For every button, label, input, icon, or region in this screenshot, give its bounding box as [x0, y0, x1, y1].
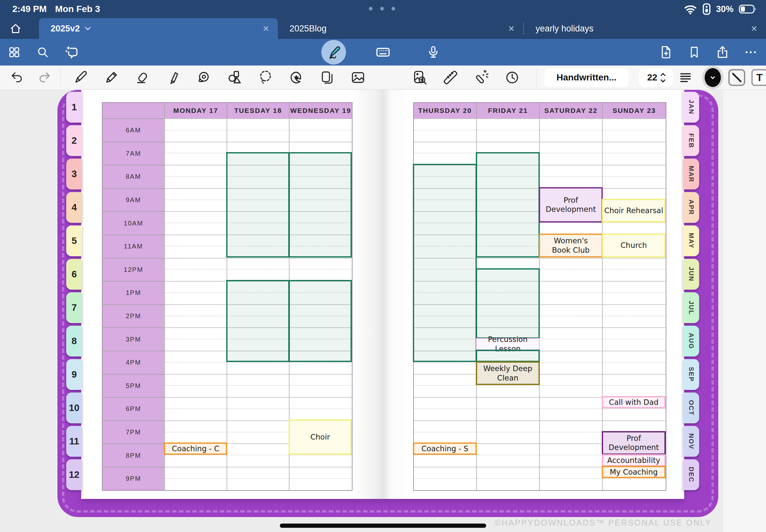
grid-cell[interactable]	[603, 281, 666, 304]
timer-icon[interactable]	[504, 69, 520, 86]
event-accountability[interactable]: Accountability	[602, 454, 666, 466]
month-tab-jul[interactable]: JUL	[683, 292, 699, 323]
multitask-dots-icon[interactable]: ● ● ●	[0, 3, 766, 13]
grid-cell[interactable]	[603, 327, 666, 351]
event-choir[interactable]: Choir	[288, 419, 352, 455]
grid-cell[interactable]	[540, 397, 602, 420]
event-time-block[interactable]	[476, 268, 540, 339]
grid-cell[interactable]	[414, 118, 476, 142]
page-tab-12[interactable]: 12	[66, 459, 82, 490]
grid-cell[interactable]	[603, 258, 666, 281]
grid-cell[interactable]	[477, 420, 539, 444]
grid-cell[interactable]	[165, 351, 226, 374]
font-size-stepper[interactable]: 22	[639, 68, 673, 87]
event-time-block[interactable]	[476, 350, 540, 362]
grid-cell[interactable]	[165, 327, 226, 351]
month-tab-apr[interactable]: APR	[683, 192, 699, 223]
page-tab-9[interactable]: 9	[66, 359, 82, 390]
text-align-icon[interactable]	[678, 70, 693, 85]
pen-mode-button[interactable]	[321, 40, 346, 65]
close-tab-icon[interactable]: ✕	[508, 24, 515, 33]
grid-cell[interactable]	[603, 142, 666, 165]
close-tab-icon[interactable]: ✕	[751, 24, 758, 33]
event-prof-development[interactable]: Prof Development	[539, 187, 603, 223]
grid-cell[interactable]	[540, 351, 602, 374]
page-tab-8[interactable]: 8	[66, 326, 82, 357]
grid-cell[interactable]	[165, 420, 226, 444]
grid-cell[interactable]	[414, 420, 476, 444]
month-tab-jan[interactable]: JAN	[683, 92, 699, 123]
share-icon[interactable]	[715, 45, 730, 60]
page-tab-1[interactable]: 1	[66, 92, 82, 123]
event-time-block[interactable]	[476, 152, 540, 257]
grid-cell[interactable]	[165, 397, 226, 420]
image-tool-icon[interactable]	[350, 69, 366, 86]
tape-tool-icon[interactable]	[196, 69, 212, 86]
tab-document-2025v2[interactable]: 2025v2 ✕	[39, 18, 278, 39]
tab-document-2025blog[interactable]: 2025Blog ✕	[278, 18, 523, 39]
sticky-notes-icon[interactable]	[319, 69, 335, 86]
event-church[interactable]: Church	[602, 234, 666, 258]
grid-cell[interactable]	[165, 188, 226, 212]
text-color-button[interactable]	[702, 66, 723, 89]
keyboard-icon[interactable]	[375, 44, 391, 60]
grid-cell[interactable]	[227, 374, 289, 397]
grid-cell[interactable]	[540, 374, 602, 397]
page-tab-2[interactable]: 2	[66, 125, 82, 156]
grid-cell[interactable]	[540, 142, 602, 165]
month-tab-feb[interactable]: FEB	[683, 125, 699, 156]
redo-icon[interactable]	[37, 70, 52, 85]
grid-cell[interactable]	[289, 118, 352, 142]
home-indicator[interactable]	[280, 524, 486, 528]
month-tab-dec[interactable]: DEC	[683, 459, 699, 490]
event-call-with-dad[interactable]: Call with Dad	[602, 396, 666, 408]
grid-cell[interactable]	[165, 467, 226, 490]
grid-cell[interactable]	[540, 443, 602, 467]
grid-cell[interactable]	[165, 211, 226, 235]
search-icon[interactable]	[36, 45, 50, 59]
grid-cell[interactable]	[165, 258, 226, 281]
grid-cell[interactable]	[540, 165, 602, 188]
grid-cell[interactable]	[540, 420, 602, 444]
microphone-icon[interactable]	[426, 45, 441, 60]
grid-cell[interactable]	[540, 281, 602, 304]
grid-cell[interactable]	[227, 397, 289, 420]
grid-cell[interactable]	[477, 118, 539, 142]
grid-cell[interactable]	[289, 258, 352, 281]
grid-cell[interactable]	[227, 118, 289, 142]
month-tab-may[interactable]: MAY	[683, 225, 699, 256]
grid-cell[interactable]	[540, 118, 602, 142]
stroke-style-button[interactable]	[728, 69, 745, 86]
text-style-button[interactable]: T	[751, 69, 766, 86]
event-time-block[interactable]	[288, 152, 352, 257]
grid-cell[interactable]	[540, 467, 602, 490]
thumbnail-grid-icon[interactable]	[7, 45, 21, 59]
grid-cell[interactable]	[477, 443, 539, 467]
grid-cell[interactable]	[289, 397, 352, 420]
grid-cell[interactable]	[289, 467, 352, 490]
day-column-mon[interactable]	[165, 118, 227, 490]
pencil-tool-icon[interactable]	[103, 69, 119, 86]
grid-cell[interactable]	[289, 374, 352, 397]
grid-cell[interactable]	[227, 258, 289, 281]
month-tab-aug[interactable]: AUG	[683, 326, 699, 357]
more-options-icon[interactable]	[743, 45, 758, 60]
photo-search-icon[interactable]	[412, 69, 428, 86]
close-tab-icon[interactable]: ✕	[262, 24, 269, 33]
grid-cell[interactable]	[227, 443, 289, 467]
event-time-block[interactable]	[413, 164, 477, 362]
event-time-block[interactable]	[226, 280, 289, 362]
page-tab-11[interactable]: 11	[66, 426, 82, 457]
month-tab-mar[interactable]: MAR	[683, 159, 699, 189]
page-tab-5[interactable]: 5	[66, 225, 82, 256]
event-time-block[interactable]	[226, 152, 289, 257]
event-percussion-lesson[interactable]: Percussion Lesson	[476, 338, 540, 350]
page-tab-7[interactable]: 7	[66, 292, 82, 323]
grid-cell[interactable]	[414, 397, 476, 420]
grid-cell[interactable]	[477, 397, 539, 420]
grid-cell[interactable]	[414, 374, 476, 397]
event-women-s-book-club[interactable]: Women's Book Club	[539, 234, 603, 258]
tab-document-yearly-holidays[interactable]: yearly holidays ✕	[524, 18, 766, 39]
sticker-tool-icon[interactable]	[288, 69, 304, 86]
grid-cell[interactable]	[540, 327, 602, 351]
